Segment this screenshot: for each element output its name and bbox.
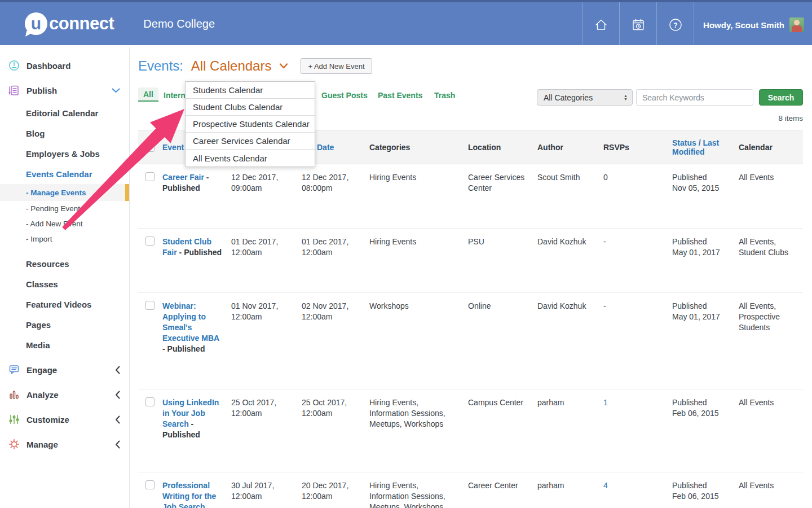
sidebar-item-analyze[interactable]: Analyze bbox=[0, 382, 129, 407]
event-title-link[interactable]: Professional Writing for the Job Search bbox=[162, 481, 216, 508]
row-checkbox[interactable] bbox=[145, 237, 155, 246]
tab-trash[interactable]: Trash bbox=[434, 91, 455, 100]
search-button[interactable]: Search bbox=[759, 89, 803, 106]
sidebar-item-media[interactable]: Media bbox=[0, 335, 129, 355]
user-avatar[interactable] bbox=[789, 17, 804, 32]
selected-calendar: All Calendars bbox=[191, 58, 272, 73]
column-header-status[interactable]: Status / Last Modified bbox=[672, 130, 739, 164]
sidebar-item-editorial-calendar[interactable]: Editorial Calendar bbox=[0, 103, 129, 123]
tab-all[interactable]: All bbox=[138, 87, 158, 102]
sidebar-item-classes[interactable]: Classes bbox=[0, 274, 129, 294]
chevron-down-icon[interactable] bbox=[112, 88, 120, 93]
status-date: May 01, 2017 bbox=[672, 247, 731, 258]
sidebar-item-pages[interactable]: Pages bbox=[0, 314, 129, 335]
calendar-dropdown-toggle[interactable] bbox=[279, 63, 288, 69]
status-cell: Published Nov 05, 2015 bbox=[672, 164, 739, 229]
chevron-down-icon bbox=[279, 63, 288, 69]
analyze-bars-icon bbox=[7, 388, 21, 401]
dashboard-gauge-icon bbox=[7, 59, 21, 72]
column-header-calendar: Calendar bbox=[739, 130, 803, 164]
event-status-suffix: - Published bbox=[179, 248, 222, 257]
sidebar-item-add-new-event[interactable]: - Add New Event bbox=[0, 216, 129, 231]
start-date-cell: 25 Oct 2017, 12:00am bbox=[231, 389, 302, 472]
events-table: Event Date Categories Location Author RS… bbox=[138, 130, 803, 508]
chevron-left-icon[interactable] bbox=[115, 415, 120, 424]
sidebar-item-resources[interactable]: Resources bbox=[0, 253, 129, 274]
calendar-cell: All Events bbox=[739, 389, 803, 472]
sidebar-item-featured-videos[interactable]: Featured Videos bbox=[0, 294, 129, 314]
column-header-location: Location bbox=[468, 130, 537, 164]
event-title-link[interactable]: Webinar: Applying to Smeal's Executive M… bbox=[162, 301, 219, 343]
sidebar-item-pending-events[interactable]: - Pending Events bbox=[0, 201, 129, 216]
status-label: Published bbox=[672, 172, 731, 183]
event-title-link[interactable]: Career Fair bbox=[162, 173, 204, 182]
end-date-cell: 02 Nov 2017, 12:00am bbox=[302, 293, 369, 389]
start-date-cell: 30 Jul 2017, 12:00am bbox=[231, 472, 302, 508]
home-button[interactable] bbox=[582, 2, 619, 47]
help-icon: ? bbox=[668, 17, 683, 33]
sidebar-item-employers-jobs[interactable]: Employers & Jobs bbox=[0, 143, 129, 164]
sidebar-item-manage[interactable]: Manage bbox=[0, 432, 129, 457]
status-date: Nov 05, 2015 bbox=[672, 183, 731, 194]
dropdown-item-student-clubs-calendar[interactable]: Student Clubs Calendar bbox=[186, 99, 315, 116]
row-checkbox[interactable] bbox=[145, 301, 155, 310]
logo-letter: u bbox=[31, 14, 41, 33]
categories-select[interactable]: All Categories ▲▼ bbox=[537, 89, 633, 106]
dropdown-item-prospective-students-calendar[interactable]: Prospective Students Calendar bbox=[186, 116, 315, 133]
status-label: Published bbox=[672, 397, 731, 408]
chevron-left-icon[interactable] bbox=[115, 391, 120, 399]
calendar-cell: All Events, Student Clubs bbox=[739, 229, 803, 293]
manage-gear-icon bbox=[7, 437, 21, 451]
categories-select-value: All Categories bbox=[544, 93, 593, 102]
table-row: Student Club Fair - Published 01 Dec 201… bbox=[138, 229, 803, 293]
status-date: Feb 06, 2015 bbox=[672, 491, 731, 502]
sidebar-item-blog[interactable]: Blog bbox=[0, 123, 129, 143]
categories-cell: Hiring Events, Information Sessions, Mee… bbox=[369, 389, 468, 472]
location-cell: Campus Center bbox=[468, 389, 537, 472]
table-row: Webinar: Applying to Smeal's Executive M… bbox=[138, 293, 803, 389]
tab-past-events[interactable]: Past Events bbox=[378, 91, 422, 100]
select-all-checkbox[interactable] bbox=[145, 143, 155, 152]
start-date-cell: 12 Dec 2017, 09:00am bbox=[231, 164, 302, 229]
chevron-left-icon[interactable] bbox=[115, 366, 120, 374]
rsvp-count-link[interactable]: 4 bbox=[603, 472, 672, 508]
sidebar-item-events-calendar[interactable]: Events Calendar bbox=[0, 164, 129, 184]
end-date-cell: 12 Dec 2017, 08:00pm bbox=[302, 164, 369, 229]
row-checkbox[interactable] bbox=[145, 397, 155, 406]
status-cell: Published May 01, 2017 bbox=[672, 293, 739, 389]
row-checkbox[interactable] bbox=[145, 172, 155, 181]
chevron-left-icon[interactable] bbox=[115, 440, 120, 449]
sidebar-item-manage-events[interactable]: - Manage Events bbox=[0, 184, 129, 201]
home-icon bbox=[594, 17, 608, 32]
sidebar-item-import[interactable]: - Import bbox=[0, 231, 129, 247]
rsvp-count-link[interactable]: 1 bbox=[603, 389, 672, 472]
help-button[interactable]: ? bbox=[656, 2, 694, 47]
author-cell: David Kozhuk bbox=[537, 293, 603, 389]
row-checkbox[interactable] bbox=[145, 480, 155, 489]
sidebar-item-customize[interactable]: Customize bbox=[0, 407, 129, 432]
dropdown-item-career-services-calendar[interactable]: Career Services Calendar bbox=[186, 133, 315, 150]
status-date: May 01, 2017 bbox=[672, 312, 731, 322]
dropdown-item-all-events-calendar[interactable]: All Events Calendar bbox=[186, 150, 315, 167]
tab-intern[interactable]: Intern bbox=[164, 91, 186, 100]
sidebar-item-engage[interactable]: Engage bbox=[0, 357, 129, 382]
tab-guest-posts[interactable]: Guest Posts bbox=[321, 91, 368, 100]
table-row: Professional Writing for the Job Search … bbox=[138, 472, 803, 508]
calendar-button[interactable] bbox=[619, 2, 656, 47]
rsvp-cell: - bbox=[603, 293, 672, 389]
calendar-icon bbox=[631, 17, 646, 32]
header-actions: ? Howdy, Scout Smith bbox=[582, 2, 812, 47]
sidebar-label: Engage bbox=[27, 365, 57, 375]
user-menu[interactable]: Howdy, Scout Smith bbox=[694, 2, 812, 47]
calendar-cell: All Events, Prospective Students bbox=[739, 293, 803, 389]
uconnect-logo[interactable]: u connect bbox=[25, 12, 114, 35]
calendar-cell: All Events bbox=[739, 472, 803, 508]
sidebar-item-publish[interactable]: Publish bbox=[0, 78, 129, 103]
end-date-cell: 01 Dec 2017, 12:00am bbox=[302, 229, 369, 293]
add-new-event-button[interactable]: + Add New Event bbox=[301, 58, 372, 74]
status-label: Published bbox=[672, 301, 731, 312]
page-title: Events: All Calendars bbox=[138, 58, 271, 74]
sidebar-item-dashboard[interactable]: Dashboard bbox=[0, 53, 129, 78]
dropdown-item-students-calendar[interactable]: Students Calendar bbox=[186, 82, 315, 99]
search-input[interactable] bbox=[636, 89, 753, 106]
